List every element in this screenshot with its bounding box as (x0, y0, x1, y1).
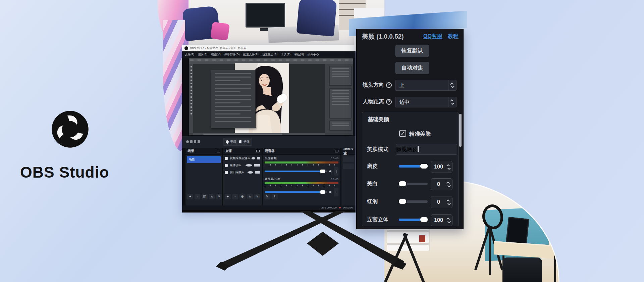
remove-source-button[interactable]: ▫ (232, 194, 238, 199)
whitening-slider[interactable] (399, 183, 428, 185)
add-scene-button[interactable]: + (187, 194, 193, 199)
lock-icon[interactable] (255, 171, 260, 174)
db-value: 0.0 dB (331, 178, 338, 181)
qq-support-link[interactable]: QQ客服 (423, 33, 442, 40)
source-item[interactable]: 媒体源A (223, 162, 262, 169)
scene-item-selected[interactable]: 场景 (187, 156, 221, 163)
volume-slider[interactable] (265, 191, 327, 193)
spinner-chevrons-icon[interactable] (418, 146, 419, 152)
mixer-toolbar: ✎ ⋮ (263, 194, 340, 201)
autofocus-button[interactable]: 自动对焦 (395, 62, 429, 74)
restore-default-button[interactable]: 恢复默认 (395, 45, 429, 57)
source-item[interactable]: 窗口采集A (223, 169, 262, 176)
ps-canvas-right (289, 64, 325, 133)
menu-edit[interactable]: 编辑(E) (198, 53, 207, 57)
transitions-dock: 场景过渡 (341, 148, 356, 205)
menu-tools[interactable]: 工具(T) (281, 53, 290, 57)
face-3d-value-stepper[interactable]: 100 (431, 214, 452, 226)
visibility-eye-icon[interactable] (252, 157, 255, 159)
dock-config-icon[interactable] (256, 150, 260, 152)
menu-plugin-center[interactable]: 插件中心 (308, 53, 319, 57)
meter-ticks (265, 164, 338, 166)
tutorial-link[interactable]: 教程 (448, 33, 459, 40)
face-3d-slider[interactable] (399, 219, 428, 221)
filter-scene-button[interactable]: ◫ (202, 194, 208, 199)
obs-titlebar[interactable]: OBS 29.1.3 - 配置文件: 未命名 - 场景: 未命名 (182, 45, 356, 51)
sources-dock: 来源 视频采集设备A 媒体源A 窗口采集A + (223, 148, 262, 205)
source-item[interactable]: 视频采集设备A (223, 155, 262, 162)
person-distance-select[interactable]: 适中 (395, 97, 457, 107)
source-properties-button[interactable]: ⚙ (239, 194, 246, 199)
help-icon[interactable]: ? (386, 82, 392, 88)
speaker-icon[interactable] (329, 170, 332, 173)
camera-direction-select[interactable]: 上 (395, 80, 457, 91)
obs-logo (51, 110, 89, 148)
camera-direction-label: 镜头方向 ? (363, 82, 392, 89)
rosy-slider[interactable] (399, 200, 428, 203)
slider-row-smoothing: 磨皮 100 (362, 159, 458, 173)
dock-config-icon[interactable] (335, 150, 338, 152)
obs-menubar: 文件(F) 编辑(E) 视图(V) 停靠部件(D) 配置文件(P) 场景集合(S… (182, 51, 356, 58)
source-up-button[interactable]: ˄ (247, 194, 253, 199)
remove-scene-button[interactable]: ▫ (195, 194, 201, 199)
monitor: OBS 29.1.3 - 配置文件: 未命名 - 场景: 未命名 文件(F) 编… (182, 45, 356, 213)
audio-meter (265, 182, 338, 184)
ps-floating-dialog (211, 70, 256, 128)
source-down-button[interactable]: ˅ (254, 194, 260, 199)
scenes-dock: 场景 场景 + ▫ ◫ ˄ ˅ (185, 148, 222, 205)
whitening-value-stepper[interactable]: 0 (431, 178, 452, 190)
ps-h-scrollbar[interactable] (193, 133, 325, 135)
slider-row-whitening: 美白 0 (362, 177, 458, 190)
smoothing-value-stepper[interactable]: 100 (431, 161, 452, 173)
spinner-chevrons-icon[interactable] (448, 80, 456, 90)
split-square-icon (239, 140, 242, 143)
mixer-config-button[interactable]: ✎ (264, 194, 270, 199)
desk-leg (554, 255, 556, 282)
visibility-eye-icon[interactable] (246, 164, 252, 167)
media-source-icon (225, 164, 228, 167)
meter-ticks (265, 185, 338, 186)
ps-toolbar (189, 64, 193, 133)
captured-photoshop-window (189, 58, 353, 135)
skin-mode-select[interactable]: 朦胧磨皮 (396, 144, 457, 155)
section-title: 基础美颜 (368, 116, 389, 123)
smoothing-slider[interactable] (399, 165, 428, 168)
precise-skin-checkbox[interactable]: ✓ (399, 130, 406, 137)
menu-help[interactable]: 帮助(H) (294, 53, 304, 57)
help-icon[interactable]: ? (386, 99, 392, 105)
menu-file[interactable]: 文件(F) (185, 53, 194, 57)
magenta-accent (210, 22, 230, 41)
obs-preview (182, 58, 356, 136)
menu-docks[interactable]: 停靠部件(D) (224, 53, 240, 57)
visibility-eye-icon[interactable] (248, 171, 253, 174)
slider-row-face-3d: 五官立体 100 (362, 213, 458, 226)
scene-up-button[interactable]: ˄ (209, 194, 215, 199)
audio-meter (265, 161, 338, 163)
tab-keying[interactable]: 抠像 (236, 138, 252, 146)
menu-view[interactable]: 视图(V) (211, 53, 220, 57)
transition-duration[interactable] (343, 163, 354, 169)
transition-select[interactable] (343, 156, 354, 162)
mixer-menu-button[interactable]: ⋮ (272, 194, 278, 199)
dock-config-icon[interactable] (217, 150, 220, 152)
sources-toolbar: + ▫ ⚙ ˄ ˅ (223, 194, 262, 201)
lock-icon[interactable] (257, 157, 260, 159)
volume-slider[interactable] (265, 171, 327, 172)
channel-menu-button[interactable]: ⋮ (334, 167, 338, 176)
spinner-chevrons-icon[interactable] (448, 97, 456, 107)
db-value: 0.0 dB (331, 157, 338, 160)
camera-source-icon (225, 157, 228, 160)
add-source-button[interactable]: + (225, 194, 231, 199)
scene-down-button[interactable]: ˅ (216, 194, 222, 199)
beauty-filter-panel: 美颜 (1.0.0.52) QQ客服 教程 恢复默认 自动对焦 镜头方向 ? 上… (356, 29, 464, 229)
speaker-icon[interactable] (329, 191, 332, 194)
rosy-value-stepper[interactable]: 0 (431, 196, 452, 208)
slider-row-rosy: 红润 0 (362, 195, 458, 208)
ps-options-bar (189, 58, 353, 61)
lock-icon[interactable] (254, 164, 260, 167)
mixer-dock: 混音器 桌面音频 0.0 dB ⋮ 麦克风/Aux 0.0 dB (263, 148, 340, 205)
obs-app-icon (184, 46, 188, 50)
menu-profile[interactable]: 配置文件(P) (243, 53, 258, 57)
menu-scene-collection[interactable]: 场景集合(S) (262, 53, 277, 57)
panel-scrollbar[interactable] (459, 114, 462, 147)
